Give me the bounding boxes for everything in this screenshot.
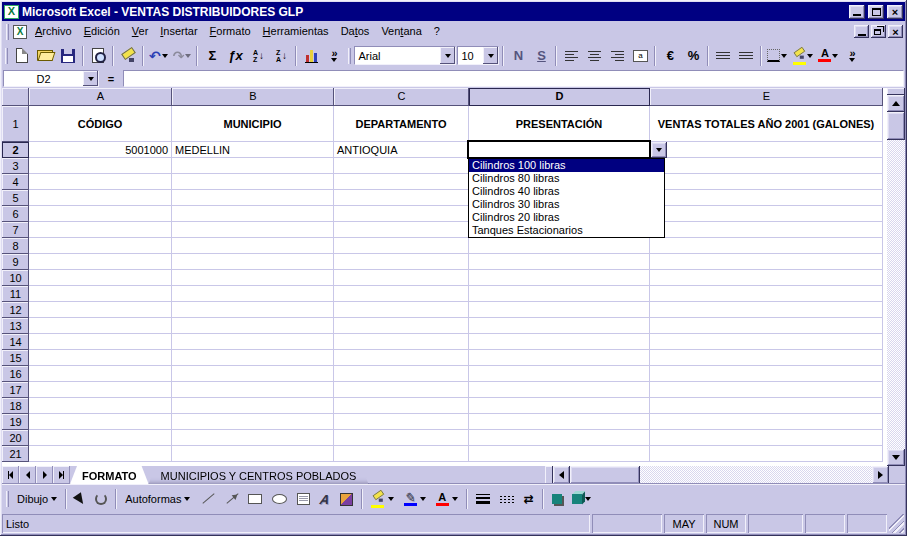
cell-E21[interactable] [650,446,883,462]
row-header-13[interactable]: 13 [2,318,29,334]
formula-input[interactable] [123,70,904,87]
row-header-11[interactable]: 11 [2,286,29,302]
cell-B16[interactable] [172,366,334,382]
cell-E5[interactable] [650,190,883,206]
cell-E20[interactable] [650,430,883,446]
active-cell-d2[interactable] [467,140,651,159]
dropdown-item[interactable]: Cilindros 40 libras [469,185,664,198]
cell-A5[interactable] [29,190,172,206]
cell-D15[interactable] [469,350,650,366]
menu-item-ver[interactable]: Ver [126,23,155,40]
cell-E18[interactable] [650,398,883,414]
cell-D1[interactable]: PRESENTACIÓN [469,106,650,142]
cell-E11[interactable] [650,286,883,302]
row-header-14[interactable]: 14 [2,334,29,350]
oval-tool-button[interactable] [268,488,291,510]
dash-style-button[interactable] [496,488,518,510]
cell-A14[interactable] [29,334,172,350]
paste-function-button[interactable]: ƒx [224,45,246,67]
cell-A3[interactable] [29,158,172,174]
cell-B9[interactable] [172,254,334,270]
wordart-button[interactable]: A [316,488,333,510]
cell-D17[interactable] [469,382,650,398]
minimize-button[interactable] [849,5,865,19]
dibujo-menu-button[interactable]: Dibujo [13,488,61,510]
format-painter-button[interactable] [117,45,139,67]
validation-dropdown-button[interactable] [651,142,667,158]
first-sheet-button[interactable] [2,466,19,484]
row-header-4[interactable]: 4 [2,174,29,190]
horizontal-scroll-track[interactable] [640,466,872,484]
row-header-5[interactable]: 5 [2,190,29,206]
cell-E8[interactable] [650,238,883,254]
merge-center-button[interactable]: a [629,45,651,67]
sort-ascending-button[interactable]: AZ↓ [247,45,269,67]
cell-D12[interactable] [469,302,650,318]
increase-indent-button[interactable] [735,45,757,67]
borders-button[interactable] [765,45,789,67]
underline-button[interactable]: S [530,45,552,67]
cell-C4[interactable] [334,174,469,190]
font-size-combo[interactable]: 10 [457,46,499,65]
dropdown-item[interactable]: Cilindros 80 libras [469,172,664,185]
cell-E19[interactable] [650,414,883,430]
row-header-17[interactable]: 17 [2,382,29,398]
cell-B1[interactable]: MUNICIPIO [172,106,334,142]
cell-A4[interactable] [29,174,172,190]
cell-A11[interactable] [29,286,172,302]
edit-formula-button[interactable]: = [99,73,123,85]
cell-A21[interactable] [29,446,172,462]
cell-E16[interactable] [650,366,883,382]
cell-B4[interactable] [172,174,334,190]
cell-A9[interactable] [29,254,172,270]
menu-item-herramientas[interactable]: Herramientas [257,23,335,40]
new-button[interactable] [11,45,33,67]
cell-C20[interactable] [334,430,469,446]
maximize-button[interactable] [868,5,884,19]
text-box-button[interactable] [293,488,314,510]
cell-C19[interactable] [334,414,469,430]
cell-A13[interactable] [29,318,172,334]
row-header-18[interactable]: 18 [2,398,29,414]
cell-A8[interactable] [29,238,172,254]
next-sheet-button[interactable] [36,466,53,484]
name-box-dropdown-button[interactable] [83,71,98,86]
cell-D16[interactable] [469,366,650,382]
scroll-down-button[interactable] [887,449,905,466]
shadow-button[interactable] [548,488,566,510]
cell-D9[interactable] [469,254,650,270]
menu-item-insertar[interactable]: Insertar [154,23,203,40]
row-header-9[interactable]: 9 [2,254,29,270]
menu-item-formato[interactable]: Formato [204,23,257,40]
row-header-16[interactable]: 16 [2,366,29,382]
row-header-8[interactable]: 8 [2,238,29,254]
more-buttons-formatting[interactable]: » [841,45,863,67]
row-header-20[interactable]: 20 [2,430,29,446]
cell-A19[interactable] [29,414,172,430]
cell-A1[interactable]: CÓDIGO [29,106,172,142]
cell-B18[interactable] [172,398,334,414]
sheet-tab-municipios[interactable]: MUNICIPIOS Y CENTROS POBLADOS [149,466,369,484]
cell-C8[interactable] [334,238,469,254]
cell-A2[interactable]: 5001000 [29,142,172,158]
cell-D8[interactable] [469,238,650,254]
cell-A18[interactable] [29,398,172,414]
free-rotate-button[interactable] [91,488,111,510]
cell-E12[interactable] [650,302,883,318]
undo-button[interactable]: ↶ [147,45,170,67]
align-left-button[interactable] [560,45,582,67]
cell-B19[interactable] [172,414,334,430]
bold-button[interactable]: N [507,45,529,67]
cell-B10[interactable] [172,270,334,286]
column-header-e[interactable]: E [650,88,883,106]
cell-E3[interactable] [650,158,883,174]
cell-D18[interactable] [469,398,650,414]
font-name-combo[interactable]: Arial [354,46,456,65]
vertical-scroll-thumb[interactable] [887,112,905,140]
last-sheet-button[interactable] [53,466,70,484]
cell-E9[interactable] [650,254,883,270]
cell-E15[interactable] [650,350,883,366]
dropdown-item[interactable]: Cilindros 100 libras [469,159,664,172]
row-header-19[interactable]: 19 [2,414,29,430]
cell-C16[interactable] [334,366,469,382]
